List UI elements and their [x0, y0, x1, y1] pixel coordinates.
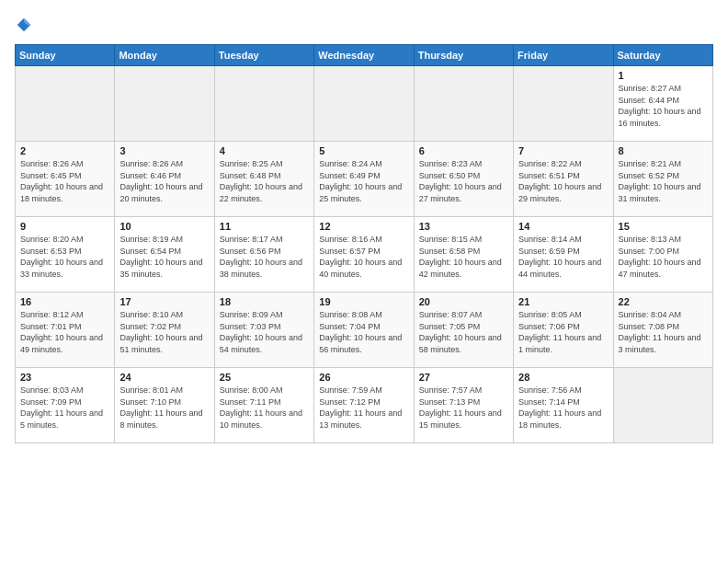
day-info: Sunrise: 8:07 AM Sunset: 7:05 PM Dayligh… [419, 309, 508, 355]
day-info: Sunrise: 8:26 AM Sunset: 6:46 PM Dayligh… [119, 158, 209, 204]
logo [15, 15, 33, 35]
day-cell: 23Sunrise: 8:03 AM Sunset: 7:09 PM Dayli… [16, 368, 115, 443]
day-number: 12 [319, 221, 408, 232]
day-cell: 6Sunrise: 8:23 AM Sunset: 6:50 PM Daylig… [414, 142, 513, 217]
day-info: Sunrise: 8:04 AM Sunset: 7:08 PM Dayligh… [619, 309, 708, 355]
day-info: Sunrise: 8:05 AM Sunset: 7:06 PM Dayligh… [518, 309, 608, 355]
day-cell: 7Sunrise: 8:22 AM Sunset: 6:51 PM Daylig… [514, 142, 613, 217]
day-cell: 24Sunrise: 8:01 AM Sunset: 7:10 PM Dayli… [115, 368, 214, 443]
calendar-body: 1Sunrise: 8:27 AM Sunset: 6:44 PM Daylig… [16, 66, 713, 443]
day-info: Sunrise: 8:20 AM Sunset: 6:53 PM Dayligh… [20, 234, 109, 280]
week-row-1: 2Sunrise: 8:26 AM Sunset: 6:45 PM Daylig… [16, 142, 713, 217]
header [15, 15, 713, 35]
calendar-container: SundayMondayTuesdayWednesdayThursdayFrid… [0, 0, 728, 451]
day-info: Sunrise: 8:12 AM Sunset: 7:01 PM Dayligh… [20, 309, 109, 355]
day-number: 26 [319, 372, 408, 383]
header-cell-sunday: Sunday [16, 45, 115, 66]
day-number: 4 [220, 145, 309, 156]
day-cell: 17Sunrise: 8:10 AM Sunset: 7:02 PM Dayli… [115, 293, 214, 368]
day-number: 2 [20, 145, 109, 156]
day-cell: 3Sunrise: 8:26 AM Sunset: 6:46 PM Daylig… [115, 142, 214, 217]
day-cell [214, 66, 313, 142]
day-number: 18 [220, 296, 309, 307]
day-cell: 2Sunrise: 8:26 AM Sunset: 6:45 PM Daylig… [16, 142, 115, 217]
day-number: 6 [419, 145, 508, 156]
day-cell [115, 66, 214, 142]
day-number: 22 [619, 296, 708, 307]
day-info: Sunrise: 8:10 AM Sunset: 7:02 PM Dayligh… [119, 309, 209, 355]
day-cell [314, 66, 414, 142]
day-info: Sunrise: 8:24 AM Sunset: 6:49 PM Dayligh… [319, 158, 408, 204]
day-info: Sunrise: 8:14 AM Sunset: 6:59 PM Dayligh… [518, 234, 608, 280]
day-cell [613, 368, 712, 443]
day-cell: 19Sunrise: 8:08 AM Sunset: 7:04 PM Dayli… [314, 293, 414, 368]
day-cell [414, 66, 513, 142]
day-info: Sunrise: 8:17 AM Sunset: 6:56 PM Dayligh… [220, 234, 309, 280]
day-cell: 11Sunrise: 8:17 AM Sunset: 6:56 PM Dayli… [214, 217, 313, 293]
day-cell: 25Sunrise: 8:00 AM Sunset: 7:11 PM Dayli… [214, 368, 313, 443]
day-number: 3 [119, 145, 209, 156]
day-info: Sunrise: 8:00 AM Sunset: 7:11 PM Dayligh… [220, 385, 309, 431]
day-cell [16, 66, 115, 142]
day-cell [514, 66, 613, 142]
day-number: 7 [518, 145, 608, 156]
day-cell: 10Sunrise: 8:19 AM Sunset: 6:54 PM Dayli… [115, 217, 214, 293]
header-cell-monday: Monday [115, 45, 214, 66]
header-cell-saturday: Saturday [613, 45, 712, 66]
day-number: 13 [419, 221, 508, 232]
day-cell: 16Sunrise: 8:12 AM Sunset: 7:01 PM Dayli… [16, 293, 115, 368]
week-row-4: 23Sunrise: 8:03 AM Sunset: 7:09 PM Dayli… [16, 368, 713, 443]
day-info: Sunrise: 8:13 AM Sunset: 7:00 PM Dayligh… [619, 234, 708, 280]
header-cell-tuesday: Tuesday [214, 45, 313, 66]
calendar-header: SundayMondayTuesdayWednesdayThursdayFrid… [16, 45, 713, 66]
day-info: Sunrise: 8:26 AM Sunset: 6:45 PM Dayligh… [20, 158, 109, 204]
day-number: 19 [319, 296, 408, 307]
day-number: 28 [518, 372, 608, 383]
day-info: Sunrise: 8:22 AM Sunset: 6:51 PM Dayligh… [518, 158, 608, 204]
day-number: 27 [419, 372, 508, 383]
day-cell: 15Sunrise: 8:13 AM Sunset: 7:00 PM Dayli… [613, 217, 712, 293]
day-info: Sunrise: 8:27 AM Sunset: 6:44 PM Dayligh… [619, 83, 708, 129]
day-info: Sunrise: 8:09 AM Sunset: 7:03 PM Dayligh… [220, 309, 309, 355]
day-number: 20 [419, 296, 508, 307]
day-number: 11 [220, 221, 309, 232]
day-info: Sunrise: 8:19 AM Sunset: 6:54 PM Dayligh… [119, 234, 209, 280]
day-number: 14 [518, 221, 608, 232]
day-number: 24 [119, 372, 209, 383]
logo-icon [16, 17, 32, 33]
day-cell: 14Sunrise: 8:14 AM Sunset: 6:59 PM Dayli… [514, 217, 613, 293]
week-row-2: 9Sunrise: 8:20 AM Sunset: 6:53 PM Daylig… [16, 217, 713, 293]
day-cell: 18Sunrise: 8:09 AM Sunset: 7:03 PM Dayli… [214, 293, 313, 368]
header-cell-wednesday: Wednesday [314, 45, 414, 66]
day-info: Sunrise: 8:08 AM Sunset: 7:04 PM Dayligh… [319, 309, 408, 355]
day-cell: 22Sunrise: 8:04 AM Sunset: 7:08 PM Dayli… [613, 293, 712, 368]
day-number: 9 [20, 221, 109, 232]
header-cell-friday: Friday [514, 45, 613, 66]
day-number: 25 [220, 372, 309, 383]
day-cell: 20Sunrise: 8:07 AM Sunset: 7:05 PM Dayli… [414, 293, 513, 368]
day-number: 21 [518, 296, 608, 307]
day-info: Sunrise: 8:23 AM Sunset: 6:50 PM Dayligh… [419, 158, 508, 204]
header-cell-thursday: Thursday [414, 45, 513, 66]
day-cell: 9Sunrise: 8:20 AM Sunset: 6:53 PM Daylig… [16, 217, 115, 293]
day-cell: 21Sunrise: 8:05 AM Sunset: 7:06 PM Dayli… [514, 293, 613, 368]
day-info: Sunrise: 8:03 AM Sunset: 7:09 PM Dayligh… [20, 385, 109, 431]
day-info: Sunrise: 7:59 AM Sunset: 7:12 PM Dayligh… [319, 385, 408, 431]
day-info: Sunrise: 7:57 AM Sunset: 7:13 PM Dayligh… [419, 385, 508, 431]
logo-text [15, 15, 33, 35]
day-number: 17 [119, 296, 209, 307]
day-number: 1 [619, 70, 708, 81]
day-info: Sunrise: 8:15 AM Sunset: 6:58 PM Dayligh… [419, 234, 508, 280]
day-cell: 1Sunrise: 8:27 AM Sunset: 6:44 PM Daylig… [613, 66, 712, 142]
day-number: 10 [119, 221, 209, 232]
calendar-table: SundayMondayTuesdayWednesdayThursdayFrid… [15, 44, 713, 443]
day-number: 8 [619, 145, 708, 156]
week-row-0: 1Sunrise: 8:27 AM Sunset: 6:44 PM Daylig… [16, 66, 713, 142]
day-cell: 13Sunrise: 8:15 AM Sunset: 6:58 PM Dayli… [414, 217, 513, 293]
day-cell: 4Sunrise: 8:25 AM Sunset: 6:48 PM Daylig… [214, 142, 313, 217]
day-cell: 12Sunrise: 8:16 AM Sunset: 6:57 PM Dayli… [314, 217, 414, 293]
day-info: Sunrise: 8:01 AM Sunset: 7:10 PM Dayligh… [119, 385, 209, 431]
week-row-3: 16Sunrise: 8:12 AM Sunset: 7:01 PM Dayli… [16, 293, 713, 368]
header-row: SundayMondayTuesdayWednesdayThursdayFrid… [16, 45, 713, 66]
day-number: 15 [619, 221, 708, 232]
